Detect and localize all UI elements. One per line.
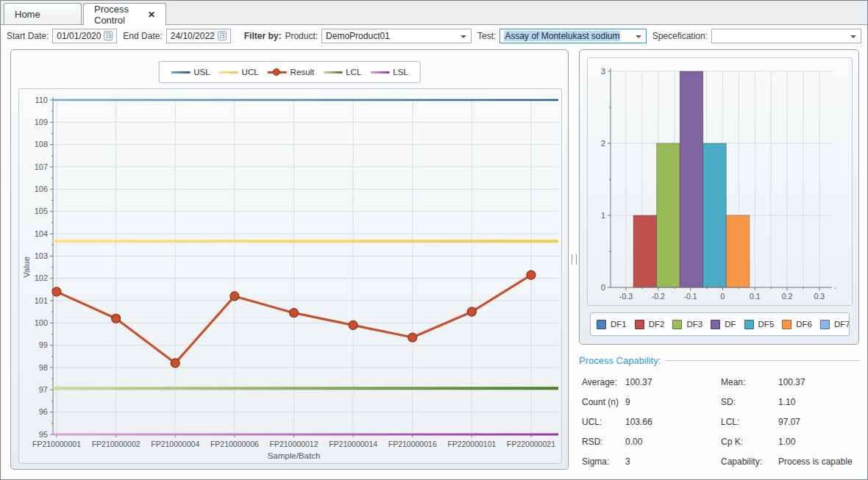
legend-label: DF5	[758, 320, 775, 329]
svg-text:100: 100	[35, 318, 48, 327]
svg-text:FP220000101: FP220000101	[447, 440, 496, 448]
svg-text:107: 107	[35, 162, 48, 171]
control-chart: 9596979899100101102103104105106107108109…	[18, 88, 562, 464]
svg-text:0.1: 0.1	[750, 292, 761, 301]
calendar-icon[interactable]: 15	[218, 31, 227, 40]
svg-text:Sample/Batch: Sample/Batch	[268, 451, 321, 460]
start-date-input[interactable]: 01/01/2020 15	[52, 29, 117, 43]
svg-text:FP210000004: FP210000004	[151, 440, 199, 448]
stat-label: Mean:	[721, 377, 778, 387]
legend-item-ucl: UCL	[219, 68, 259, 76]
legend-swatch-lcl	[323, 71, 342, 74]
legend-item-lcl: LCL	[323, 68, 361, 76]
section-title: Process Capability:	[579, 355, 661, 366]
legend-swatch	[635, 320, 644, 329]
control-chart-panel: USLUCLResultLCLLSL 959697989910010110210…	[10, 49, 569, 470]
svg-text:0: 0	[721, 292, 725, 301]
stat-value: 9	[625, 397, 721, 407]
svg-text:2: 2	[601, 139, 605, 148]
legend-label: DF7	[834, 320, 850, 329]
test-selected-value: Assay of Montelukast sodium	[504, 31, 620, 41]
histogram-legend-item-df5: DF5	[744, 320, 775, 329]
stat-value: 100.37	[778, 377, 860, 387]
svg-text:104: 104	[35, 229, 48, 238]
legend-label: Result	[291, 68, 315, 76]
histogram-panel: 0123-0.3-0.2-0.100.10.20.3 DF1DF2DF3DFDF…	[579, 49, 859, 345]
panel-splitter[interactable]	[569, 49, 578, 470]
product-label: Product:	[285, 31, 318, 41]
svg-text:96: 96	[39, 407, 48, 416]
app-window: Home Process Control ✕ Start Date: 01/01…	[0, 0, 868, 480]
chevron-down-icon	[850, 35, 856, 38]
tab-process-control-label: Process Control	[94, 4, 142, 26]
stat-value: 100.37	[625, 377, 721, 387]
svg-text:FP210000014: FP210000014	[329, 440, 377, 448]
svg-text:0: 0	[601, 283, 605, 292]
calendar-icon[interactable]: 15	[104, 31, 113, 40]
specification-select[interactable]	[711, 29, 861, 43]
test-label: Test:	[477, 31, 496, 41]
close-icon[interactable]: ✕	[148, 10, 155, 20]
stat-value: 3	[625, 456, 721, 467]
svg-text:FP220000021: FP220000021	[507, 440, 555, 448]
stat-value: 0.00	[625, 437, 721, 447]
legend-swatch-lsl	[370, 71, 389, 74]
histogram-legend-item-df3: DF3	[672, 320, 702, 329]
stat-value: Process is capable	[778, 456, 860, 467]
tab-bar: Home Process Control ✕	[1, 1, 867, 25]
svg-text:102: 102	[35, 273, 48, 282]
histogram-legend-item-df2: DF2	[635, 320, 665, 329]
svg-text:-0.3: -0.3	[619, 292, 633, 301]
svg-text:98: 98	[39, 363, 48, 372]
svg-text:-0.2: -0.2	[652, 292, 665, 301]
svg-text:-0.1: -0.1	[684, 292, 697, 301]
filter-by-label: Filter by:	[244, 31, 282, 41]
histogram-legend: DF1DF2DF3DFDF5DF6DF7	[590, 312, 850, 336]
svg-text:FP210000002: FP210000002	[92, 440, 140, 448]
stat-row: UCL:103.66LCL:97.07	[579, 412, 860, 431]
stat-label: Cp K:	[721, 437, 778, 447]
start-date-value: 01/01/2020	[57, 31, 101, 41]
process-capability-section: Process Capability: Average:100.37Mean:1…	[579, 346, 860, 477]
svg-text:FP210000001: FP210000001	[32, 440, 81, 448]
legend-label: DF	[725, 320, 736, 329]
svg-text:105: 105	[35, 207, 48, 215]
legend-label: DF6	[796, 320, 812, 329]
legend-swatch	[820, 320, 830, 329]
tab-process-control[interactable]: Process Control ✕	[83, 3, 166, 25]
stat-label: UCL:	[582, 417, 625, 427]
tab-home-label: Home	[15, 9, 40, 20]
svg-text:108: 108	[35, 140, 48, 148]
svg-text:110: 110	[35, 96, 48, 104]
control-chart-svg: 9596979899100101102103104105106107108109…	[19, 89, 561, 463]
stat-label: Sigma:	[582, 456, 625, 467]
filter-bar: Start Date: 01/01/2020 15 End Date: 24/1…	[1, 25, 867, 46]
legend-label: DF3	[686, 320, 702, 329]
header-rule	[665, 360, 860, 361]
chevron-down-icon	[460, 35, 466, 38]
end-date-label: End Date:	[123, 31, 162, 41]
chevron-down-icon	[636, 35, 641, 38]
legend-label: LSL	[393, 68, 408, 76]
stat-label: Capability:	[721, 456, 778, 467]
splitter-grip-icon	[572, 254, 577, 265]
test-select[interactable]: Assay of Montelukast sodium	[499, 29, 646, 43]
legend-label: DF2	[649, 320, 665, 329]
legend-swatch-ucl	[219, 71, 238, 74]
histogram-legend-item-df6: DF6	[782, 320, 812, 329]
product-select[interactable]: DemoProduct01	[321, 29, 472, 43]
histogram-legend-item-df1: DF1	[597, 320, 627, 329]
legend-label: DF1	[611, 320, 627, 329]
end-date-input[interactable]: 24/10/2022 15	[166, 29, 231, 43]
svg-text:103: 103	[35, 251, 48, 260]
svg-text:FP210000006: FP210000006	[210, 440, 259, 448]
process-capability-header: Process Capability:	[579, 354, 860, 367]
svg-text:101: 101	[35, 296, 48, 305]
histogram-legend-item-df: DF	[711, 320, 736, 329]
svg-text:Value: Value	[22, 257, 31, 278]
svg-text:95: 95	[39, 430, 48, 439]
histogram-chart-svg: 0123-0.3-0.2-0.100.10.20.3	[588, 58, 852, 305]
start-date-label: Start Date:	[7, 31, 49, 41]
legend-swatch	[782, 320, 791, 329]
tab-home[interactable]: Home	[4, 3, 82, 24]
